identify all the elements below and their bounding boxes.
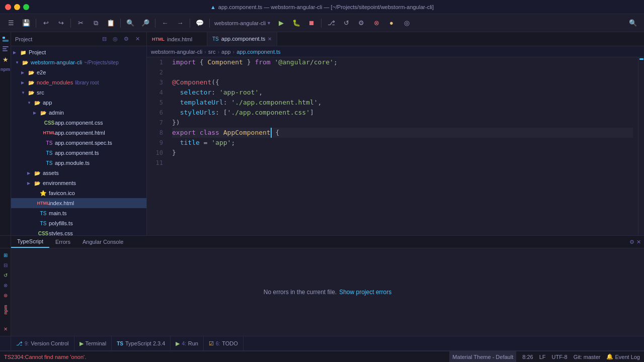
statusbar-tab-todo[interactable]: ☑ 6: TODO [204,336,244,350]
profiler-btn[interactable]: ● [384,17,398,30]
coverage-btn[interactable]: ⊗ [369,17,383,30]
close-panel-btn[interactable]: ✕ [132,34,142,44]
tree-index-html[interactable]: ▶ HTML index.html [11,198,146,208]
code-token: ({ [211,77,219,87]
tree-styles-css[interactable]: ▶ CSS styles.css [11,228,146,235]
breadcrumb-file[interactable]: app.component.ts [236,49,280,55]
breadcrumb-app[interactable]: app [221,49,230,55]
tree-app[interactable]: ▼ 📂 app [11,98,146,108]
side-icon-1[interactable]: ⊞ [1,251,10,259]
tab-close-btn[interactable]: ✕ [268,36,272,42]
tab-app-component-ts[interactable]: TS app.component.ts ✕ [207,32,277,46]
comment-btn[interactable]: 💬 [193,17,207,30]
copy-btn[interactable]: ⧉ [89,17,103,30]
tree-polyfills[interactable]: ▶ TS polyfills.ts [11,218,146,228]
left-sidebar: ★ npm [0,32,11,235]
settings-gear-btn[interactable]: ⚙ [121,34,131,44]
arrow-icon: ▼ [27,101,33,105]
code-area[interactable]: import { Component } from '@angular/core… [167,57,638,235]
structure-panel-icon[interactable] [1,45,10,54]
status-lf[interactable]: LF [539,354,546,360]
tree-main-ts[interactable]: ▶ TS main.ts [11,208,146,218]
status-theme[interactable]: Material Theme - Default [449,351,516,363]
code-token: from [255,57,270,67]
file-icon: TS [39,209,47,217]
code-line-6: styleUrls : [ './app.component.css' ] [172,108,633,118]
bottom-tab-typescript[interactable]: TypeScript [11,236,49,248]
status-git[interactable]: Git: master [574,354,601,360]
run-btn[interactable]: ▶ [274,17,288,30]
bottom-settings-icon[interactable]: ⚙ [629,239,634,245]
side-icon-npm[interactable]: npm [1,303,10,317]
tree-assets[interactable]: ▶ 📂 assets [11,168,146,178]
side-icon-5[interactable]: ⊛ [1,291,10,300]
vcs-label: Version Control [31,340,68,346]
side-icon-4[interactable]: ⊗ [1,281,10,290]
run-config-dropdown[interactable]: webstorm-angular-cli ▼ [212,17,273,30]
stop-btn[interactable]: ⏹ [304,17,318,30]
statusbar-tab-vcs[interactable]: ⎇ 9: Version Control [11,336,74,350]
tree-src[interactable]: ▼ 📂 src [11,87,146,98]
debug-btn[interactable]: 🐛 [289,17,303,30]
side-icon-close[interactable]: ✕ [1,325,10,333]
menu-btn[interactable]: ☰ [4,17,18,30]
bottom-expand-icon[interactable]: ✕ [636,239,641,245]
code-token: = [200,138,211,148]
minimize-button[interactable] [14,4,20,10]
redo-btn[interactable]: ↪ [54,17,68,30]
paste-btn[interactable]: 📋 [104,17,118,30]
tree-app-module[interactable]: ▶ TS app.module.ts [11,158,146,168]
back-btn[interactable]: ← [158,17,172,30]
show-errors-link[interactable]: Show project errors [339,289,391,296]
tree-root-folder[interactable]: ▼ 📂 webstorm-angular-cli ~/Projects/site… [11,57,146,67]
tree-node-modules[interactable]: ▶ 📂 node_modules library root [11,77,146,87]
tree-app-spec[interactable]: ▶ TS app.component.spec.ts [11,138,146,148]
find-btn[interactable]: 🔍 [123,17,137,30]
tab-index-html[interactable]: HTML index.html [147,32,207,46]
tree-app-css[interactable]: ▶ CSS app.component.css [11,118,146,128]
scroll-from-source-btn[interactable]: ◎ [110,34,120,44]
bottom-tab-angular[interactable]: Angular Console [76,236,129,248]
favorites-panel-icon[interactable]: ★ [1,55,10,64]
status-cursor[interactable]: 8:26 [522,354,533,360]
maximize-button[interactable] [23,4,29,10]
side-icon-3[interactable]: ↺ [1,271,10,280]
cut-btn[interactable]: ✂ [73,17,88,30]
breadcrumb-src[interactable]: src [208,49,216,55]
save-btn[interactable]: 💾 [19,17,33,30]
code-token: @Component [172,77,211,87]
code-line-9: title = 'app' ; [172,138,633,148]
settings-btn[interactable]: ⚙ [354,17,368,30]
close-button[interactable] [5,4,11,10]
bottom-tab-errors[interactable]: Errors [49,236,76,248]
collapse-all-btn[interactable]: ⊟ [99,34,109,44]
replace-btn[interactable]: 🔎 [138,17,152,30]
tree-admin[interactable]: ▶ 📂 admin [11,108,146,118]
search-everywhere-btn[interactable]: 🔍 [626,17,640,30]
tree-favicon[interactable]: ▶ ⭐ favicon.ico [11,188,146,198]
ts-label: TypeScript 2.3.4 [125,340,166,346]
npm-panel-icon[interactable]: npm [1,65,10,74]
side-icon-2[interactable]: ⊟ [1,261,10,269]
status-encoding[interactable]: UTF-8 [551,354,567,360]
update-btn[interactable]: ↺ [339,17,353,30]
extras-btn[interactable]: ◎ [399,17,414,30]
vcs-btn[interactable]: ⎇ [324,17,338,30]
tree-item-label: environments [43,180,76,186]
tree-app-html[interactable]: ▶ HTML app.component.html [11,128,146,138]
dropdown-arrow: ▼ [267,21,271,26]
forward-btn[interactable]: → [173,17,187,30]
tree-project[interactable]: ▶ 📁 Project [11,47,146,57]
status-event-log[interactable]: 🔔 Event Log [606,353,640,360]
statusbar-tab-terminal[interactable]: ▶ Terminal [74,336,112,350]
tree-e2e[interactable]: ▶ 📂 e2e [11,67,146,77]
project-panel-icon[interactable] [1,35,10,44]
statusbar-tab-typescript[interactable]: TS TypeScript 2.3.4 [112,336,171,350]
code-content[interactable]: 1 2 3 4 5 6 7 8 9 10 11 import { [147,57,644,235]
statusbar-tab-run[interactable]: ▶ 4: Run [171,336,204,350]
breadcrumb-webstorm[interactable]: webstorm-angular-cli [151,49,202,55]
bell-icon: 🔔 [606,353,613,360]
tree-app-ts[interactable]: ▶ TS app.component.ts [11,148,146,158]
undo-btn[interactable]: ↩ [39,17,53,30]
tree-environments[interactable]: ▶ 📂 environments [11,178,146,188]
